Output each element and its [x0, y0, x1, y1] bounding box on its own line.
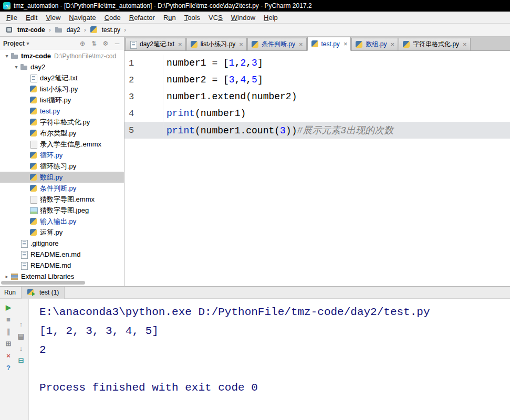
code-line[interactable]: 5print(number1.count(3))#展示元素3出现的次数 [124, 122, 510, 139]
chevron-right-icon[interactable]: ▸ [3, 274, 11, 279]
menu-item-run[interactable]: Run [159, 13, 180, 23]
breadcrumb-item[interactable]: test.py [89, 25, 121, 35]
tree-item[interactable]: ▾tmz-codeD:\PythonFile\tmz-cod [0, 50, 124, 61]
tree-item[interactable]: 猜数字导图.emmx [0, 194, 124, 205]
tree-item-label: External Libraries [21, 272, 74, 280]
code-segment-plain: (number1) [195, 108, 246, 119]
chevron-down-icon[interactable]: ▾ [3, 53, 11, 59]
tree-item[interactable]: list小练习.py [0, 83, 124, 94]
editor-tab[interactable]: day2笔记.txt× [126, 38, 186, 50]
tree-item[interactable]: 运算.py [0, 227, 124, 238]
tree-item[interactable]: README.md [0, 260, 124, 271]
editor-tab[interactable]: test.py× [307, 37, 351, 51]
tree-item[interactable]: README.en.md [0, 249, 124, 260]
code-editor[interactable]: 1number1 = [1,2,3]2number2 = [3,4,5]3num… [124, 51, 510, 286]
editor-tab[interactable]: 数组.py× [351, 38, 398, 50]
console-line: [1, 2, 3, 3, 4, 5] [39, 322, 510, 341]
tab-label: 字符串格式化.py [413, 40, 459, 49]
hide-panel-icon[interactable]: ─ [113, 40, 121, 47]
tree-item[interactable]: 猜数字导图.jpeg [0, 205, 124, 216]
editor-tab[interactable]: 条件判断.py× [247, 38, 307, 50]
clear-all-icon[interactable]: ⊟ [17, 356, 25, 364]
tree-item[interactable]: list循环.py [0, 94, 124, 106]
chevron-right-icon: › [122, 26, 128, 34]
menu-item-refactor[interactable]: Refactor [125, 13, 159, 23]
print-icon[interactable]: ▤ [17, 332, 25, 340]
project-view-selector[interactable]: Project ▾ [3, 40, 29, 47]
menu-item-window[interactable]: Window [227, 13, 259, 23]
code-segment-plain: number1.extend(number2) [166, 91, 297, 102]
python-icon [29, 85, 38, 93]
tree-item[interactable]: test.py [0, 106, 124, 117]
tree-item-label: day2 [30, 63, 45, 71]
code-segment-num: 2 [240, 58, 246, 68]
tab-close-icon[interactable]: × [299, 41, 303, 48]
scroll-to-end-icon[interactable]: ↓ [17, 344, 25, 352]
locate-icon[interactable]: ⊕ [79, 40, 86, 47]
code-segment-builtin: print [166, 125, 195, 136]
menu-item-tools[interactable]: Tools [180, 13, 204, 23]
library-icon [11, 272, 19, 281]
code-text: print(number1.count(3))#展示元素3出现的次数 [163, 124, 393, 136]
collapse-all-icon[interactable]: ⇅ [90, 40, 98, 47]
tab-close-icon[interactable]: × [239, 41, 243, 48]
scrollbar-thumb[interactable] [1, 281, 85, 285]
tab-close-icon[interactable]: × [178, 41, 182, 48]
python-icon [29, 173, 38, 182]
breadcrumb-item[interactable]: tmz-code [4, 25, 46, 35]
tree-item-label: 字符串格式化.py [40, 118, 90, 127]
editor-tab[interactable]: list小练习.py× [186, 38, 247, 50]
tab-close-icon[interactable]: × [463, 41, 467, 48]
run-configuration-tab[interactable]: test (1) [21, 287, 65, 299]
code-line[interactable]: 3number1.extend(number2) [124, 88, 510, 105]
project-horizontal-scrollbar[interactable] [1, 281, 106, 285]
tree-item[interactable]: 数组.py [0, 172, 124, 183]
tree-item[interactable]: 输入输出.py [0, 216, 124, 227]
code-line[interactable]: 4print(number1) [124, 105, 510, 122]
run-console[interactable]: E:\anaconda3\python.exe D:/PythonFile/tm… [29, 299, 510, 420]
tab-label: 数组.py [366, 40, 387, 49]
chevron-down-icon[interactable]: ▾ [13, 64, 20, 70]
menu-item-vcs[interactable]: VCS [204, 13, 227, 23]
menu-item-view[interactable]: View [41, 13, 65, 23]
menu-item-navigate[interactable]: Navigate [65, 13, 100, 23]
pause-output-icon[interactable]: ∥ [4, 327, 13, 335]
tree-item[interactable]: 循环.py [0, 150, 124, 161]
tree-item[interactable]: 录入学生信息.emmx [0, 139, 124, 150]
code-segment-num: 5 [252, 75, 257, 85]
tab-close-icon[interactable]: × [390, 41, 394, 48]
show-console-icon[interactable]: ⊞ [4, 339, 13, 348]
restore-layout-icon[interactable]: ↑ [17, 320, 25, 328]
tree-item-label: README.en.md [30, 250, 80, 258]
tree-item-path-hint: D:\PythonFile\tmz-cod [54, 52, 116, 60]
settings-gear-icon[interactable]: ⚙ [102, 40, 109, 47]
menu-item-help[interactable]: Help [259, 13, 282, 23]
chevron-down-icon: ▾ [27, 41, 29, 46]
breadcrumb: tmz-code›day2›test.py› [4, 25, 128, 35]
stop-icon[interactable]: ■ [4, 315, 13, 323]
editor-tab[interactable]: 字符串格式化.py× [399, 38, 471, 50]
menu-item-code[interactable]: Code [100, 13, 125, 23]
tree-item[interactable]: ▸External Libraries [0, 271, 124, 282]
close-icon[interactable]: × [4, 351, 13, 360]
tree-item[interactable]: 条件判断.py [0, 183, 124, 194]
code-line[interactable]: 1number1 = [1,2,3] [124, 55, 510, 71]
tree-item[interactable]: 字符串格式化.py [0, 117, 124, 128]
tree-item[interactable]: 布尔类型.py [0, 128, 124, 139]
chevron-right-icon: › [47, 26, 53, 34]
tree-item[interactable]: 循环练习.py [0, 161, 124, 172]
tab-close-icon[interactable]: × [344, 40, 348, 47]
tree-item[interactable]: day2笔记.txt [0, 72, 124, 83]
run-tool-window: Run test (1) ▶■∥⊞×? ↑▤↓⊟ E:\anaconda3\py… [0, 286, 510, 420]
tree-item[interactable]: .gitignore [0, 238, 124, 249]
tree-item[interactable]: ▾day2 [0, 61, 124, 72]
menu-item-edit[interactable]: Edit [22, 13, 41, 23]
breadcrumb-item[interactable]: day2 [54, 25, 81, 35]
menu-item-file[interactable]: File [2, 13, 22, 23]
run-panel-title: Run [4, 289, 16, 296]
code-line[interactable]: 2number2 = [3,4,5] [124, 71, 510, 88]
rerun-icon[interactable]: ▶ [4, 303, 13, 311]
tree-item-label: 运算.py [40, 228, 63, 237]
breadcrumb-label: tmz-code [17, 26, 45, 34]
help-icon[interactable]: ? [4, 363, 13, 372]
